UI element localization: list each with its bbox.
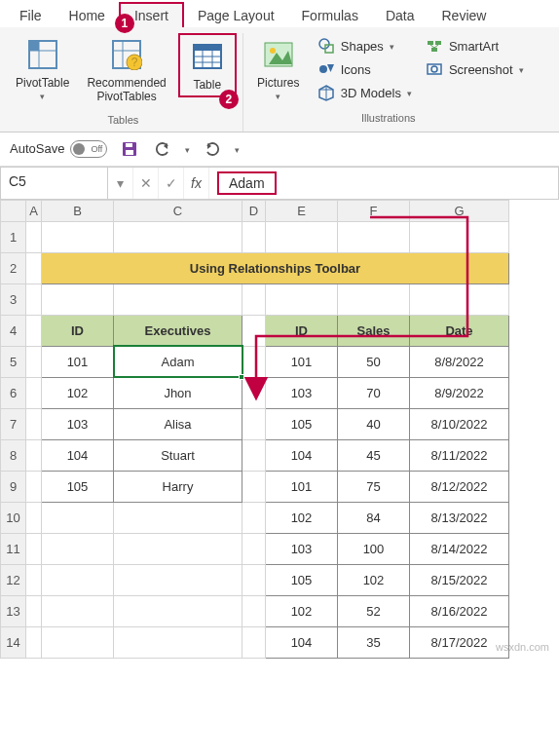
tab-formulas[interactable]: Formulas — [288, 4, 372, 27]
cell[interactable]: Jhon — [114, 377, 242, 408]
insert-function-button[interactable]: fx — [184, 168, 209, 199]
cell[interactable]: 103 — [42, 408, 114, 439]
row-header[interactable]: 14 — [1, 626, 26, 658]
cell[interactable]: Stuart — [114, 439, 242, 471]
col-header[interactable]: D — [242, 200, 266, 221]
cell[interactable]: 50 — [338, 346, 410, 377]
cell[interactable]: 101 — [42, 346, 114, 377]
row-header[interactable]: 7 — [1, 408, 26, 439]
undo-dropdown[interactable]: ▾ — [185, 145, 190, 155]
tab-page-layout[interactable]: Page Layout — [184, 4, 288, 27]
icons-button[interactable]: Icons — [314, 58, 375, 80]
shapes-button[interactable]: Shapes ▾ — [314, 35, 398, 57]
chevron-down-icon: ▾ — [407, 89, 412, 98]
cell[interactable]: 102 — [266, 595, 338, 626]
col-header[interactable]: E — [266, 200, 338, 221]
row-header[interactable]: 3 — [1, 284, 26, 315]
name-box[interactable]: C5 — [1, 168, 108, 199]
cell[interactable]: 75 — [338, 471, 410, 502]
redo-button[interactable] — [202, 138, 223, 160]
shapes-icon — [317, 37, 335, 55]
save-button[interactable] — [119, 138, 140, 160]
row-header[interactable]: 8 — [1, 439, 26, 471]
row-header[interactable]: 13 — [1, 595, 26, 626]
col-header[interactable]: G — [410, 200, 509, 221]
row-header[interactable]: 5 — [1, 346, 26, 377]
cancel-entry-button[interactable]: ✕ — [133, 168, 159, 199]
cell[interactable]: 8/15/2022 — [410, 564, 509, 595]
cell[interactable]: 101 — [266, 346, 338, 377]
cell[interactable]: 8/9/2022 — [410, 377, 509, 408]
select-all-corner[interactable] — [1, 200, 26, 221]
icons-icon — [317, 60, 335, 78]
row-header[interactable]: 1 — [1, 221, 26, 252]
screenshot-button[interactable]: Screenshot ▾ — [422, 58, 528, 80]
row-header[interactable]: 4 — [1, 315, 26, 346]
table-button[interactable]: Table 2 — [178, 33, 237, 97]
cell[interactable]: 103 — [266, 377, 338, 408]
cell[interactable]: 105 — [266, 564, 338, 595]
cell[interactable]: 8/16/2022 — [410, 595, 509, 626]
pivottable-button[interactable]: PivotTable ▾ — [10, 33, 75, 106]
tab-review[interactable]: Review — [429, 4, 501, 27]
svg-point-16 — [270, 48, 276, 54]
tab-home[interactable]: Home — [56, 4, 119, 27]
cell[interactable]: 8/12/2022 — [410, 471, 509, 502]
undo-button[interactable] — [152, 138, 173, 160]
tab-insert[interactable]: Insert 1 — [119, 2, 184, 27]
chevron-down-icon: ▾ — [40, 92, 45, 102]
cell[interactable]: 8/13/2022 — [410, 502, 509, 533]
cell[interactable]: 8/11/2022 — [410, 439, 509, 471]
col-header[interactable]: B — [42, 200, 114, 221]
redo-dropdown[interactable]: ▾ — [235, 145, 240, 155]
cell[interactable]: 84 — [338, 502, 410, 533]
row-header[interactable]: 10 — [1, 502, 26, 533]
tab-file[interactable]: File — [6, 4, 56, 27]
cell[interactable]: 45 — [338, 439, 410, 471]
tab-data[interactable]: Data — [372, 4, 429, 27]
fill-handle[interactable] — [239, 374, 244, 380]
row-header[interactable]: 9 — [1, 471, 26, 502]
sheet-title: Using Relationships Toolbar — [42, 252, 509, 284]
cell[interactable]: 8/17/2022 — [410, 626, 509, 658]
namebox-dropdown[interactable]: ▾ — [108, 168, 133, 199]
pictures-button[interactable]: Pictures ▾ — [249, 33, 308, 106]
cell[interactable]: 102 — [338, 564, 410, 595]
svg-point-20 — [319, 65, 327, 73]
cell[interactable]: 35 — [338, 626, 410, 658]
cell[interactable]: 8/10/2022 — [410, 408, 509, 439]
cell-selected[interactable]: Adam — [114, 346, 242, 377]
col-header[interactable]: C — [114, 200, 242, 221]
formula-bar[interactable]: Adam — [209, 168, 558, 199]
col-header[interactable]: F — [338, 200, 410, 221]
cell[interactable]: 104 — [42, 439, 114, 471]
recommended-pivottables-button[interactable]: ? Recommended PivotTables — [81, 33, 171, 108]
cell[interactable]: 102 — [266, 502, 338, 533]
row-header[interactable]: 6 — [1, 377, 26, 408]
cell[interactable]: 52 — [338, 595, 410, 626]
cell[interactable]: 70 — [338, 377, 410, 408]
models3d-button[interactable]: 3D Models ▾ — [314, 82, 416, 103]
row-header[interactable]: 12 — [1, 564, 26, 595]
cell[interactable]: 100 — [338, 533, 410, 564]
cell[interactable]: 102 — [42, 377, 114, 408]
cell[interactable]: 103 — [266, 533, 338, 564]
row-header[interactable]: 11 — [1, 533, 26, 564]
cell[interactable]: 101 — [266, 471, 338, 502]
cell[interactable]: 8/14/2022 — [410, 533, 509, 564]
cell[interactable]: 105 — [266, 408, 338, 439]
cell[interactable]: 8/8/2022 — [410, 346, 509, 377]
cell[interactable]: 105 — [42, 471, 114, 502]
cell[interactable]: 104 — [266, 626, 338, 658]
cell[interactable]: Alisa — [114, 408, 242, 439]
confirm-entry-button[interactable]: ✓ — [159, 168, 184, 199]
smartart-button[interactable]: SmartArt — [422, 35, 503, 57]
svg-rect-34 — [126, 150, 133, 155]
cell[interactable]: Harry — [114, 471, 242, 502]
col-header[interactable]: A — [26, 200, 42, 221]
cell[interactable]: 40 — [338, 408, 410, 439]
cell[interactable]: 104 — [266, 439, 338, 471]
row-header[interactable]: 2 — [1, 252, 26, 284]
autosave-toggle[interactable]: AutoSave Off — [10, 140, 107, 158]
spreadsheet-grid[interactable]: A B C D E F G 1 2 Using Relationships To… — [0, 200, 509, 659]
